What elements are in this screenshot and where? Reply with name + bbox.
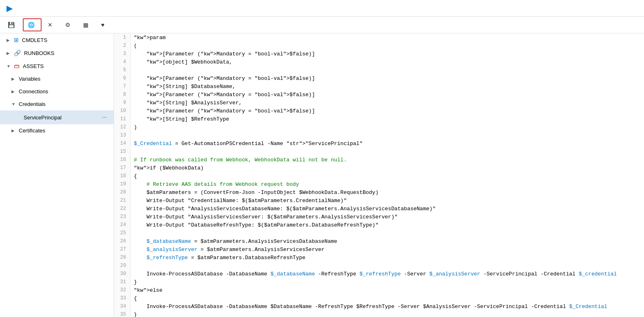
line-number: 10 <box>114 107 130 115</box>
line-number: 28 <box>114 253 130 262</box>
sidebar-item-cmdlets[interactable]: ▶⊞CMDLETS <box>0 33 114 46</box>
line-code[interactable]: $_analysisServer = $atmParameters.Analys… <box>130 245 644 253</box>
azure-icon: ▶ <box>7 3 13 13</box>
line-number: 6 <box>114 74 130 82</box>
line-number: 16 <box>114 156 130 164</box>
line-code[interactable] <box>130 147 644 156</box>
testpane-button[interactable]: ▦ <box>79 19 95 31</box>
line-code[interactable]: ) <box>130 123 644 131</box>
header-title-row: ▶ <box>0 0 644 16</box>
line-code[interactable]: $_databaseName = $atmParameters.Analysis… <box>130 237 644 245</box>
sidebar-item-certificates[interactable]: ▶Certificates <box>0 124 114 137</box>
line-number: 9 <box>114 99 130 107</box>
line-code[interactable]: $_refreshType = $atmParameters.DatabaseR… <box>130 253 644 262</box>
line-code[interactable]: { <box>130 172 644 180</box>
table-row: 14$_Credential = Get-AutomationPSCredent… <box>114 139 644 147</box>
line-number: 27 <box>114 245 130 253</box>
table-row: 7 "kw">[String] $DatabaseName, <box>114 82 644 90</box>
collapse-icon: ▼ <box>7 64 11 68</box>
table-row: 29 <box>114 262 644 270</box>
expand-icon: ▶ <box>11 89 15 94</box>
table-row: 27 $_analysisServer = $atmParameters.Ana… <box>114 245 644 253</box>
table-row: 1"kw">param <box>114 33 644 42</box>
publish-icon: 🌐 <box>28 22 35 28</box>
line-code[interactable]: "kw">[String] $DatabaseName, <box>130 82 644 90</box>
line-code[interactable] <box>130 262 644 270</box>
line-code[interactable]: "kw">[String] $AnalysisServer, <box>130 99 644 107</box>
header: ▶ 💾 🌐 ✕ ⚙ ▦ <box>0 0 644 33</box>
code-editor[interactable]: 1"kw">param2(3 "kw">[Parameter ("kw">Man… <box>114 33 644 317</box>
line-number: 24 <box>114 221 130 229</box>
more-options-button[interactable]: ··· <box>102 114 107 121</box>
line-code[interactable]: # If runbook was called from Webhook, We… <box>130 156 644 164</box>
line-code[interactable]: Write-Output "AnalysisServicesServer: $(… <box>130 213 644 221</box>
line-code[interactable]: # Retrieve AAS details from Webhook requ… <box>130 180 644 188</box>
line-code[interactable]: { <box>130 294 644 302</box>
line-number: 32 <box>114 286 130 294</box>
main-content: ▶⊞CMDLETS▶🔗RUNBOOKS▼🗃ASSETS▶Variables▶Co… <box>0 33 644 317</box>
code-table: 1"kw">param2(3 "kw">[Parameter ("kw">Man… <box>114 33 644 317</box>
line-code[interactable]: $atmParameters = (ConvertFrom-Json -Inpu… <box>130 188 644 196</box>
line-code[interactable]: } <box>130 278 644 286</box>
line-code[interactable]: $_Credential = Get-AutomationPSCredentia… <box>130 139 644 147</box>
sidebar-item-connections[interactable]: ▶Connections <box>0 85 114 98</box>
line-number: 4 <box>114 58 130 66</box>
line-code[interactable]: Write-Output "AnalysisServicesDatabaseNa… <box>130 205 644 213</box>
assets-icon: 🗃 <box>14 63 20 69</box>
table-row: 33{ <box>114 294 644 302</box>
feedback-button[interactable]: ♥ <box>97 19 111 31</box>
line-number: 13 <box>114 131 130 139</box>
sidebar-item-serviceprincipal[interactable]: ServicePrincipal··· <box>0 110 114 124</box>
line-code[interactable]: "kw">[Parameter ("kw">Mandatory = "bool-… <box>130 50 644 58</box>
line-code[interactable] <box>130 229 644 237</box>
sidebar-item-runbooks[interactable]: ▶🔗RUNBOOKS <box>0 46 114 59</box>
feedback-icon: ♥ <box>101 22 104 28</box>
publish-button[interactable]: 🌐 <box>23 18 42 31</box>
line-number: 33 <box>114 294 130 302</box>
line-code[interactable]: "kw">param <box>130 33 644 42</box>
table-row: 12) <box>114 123 644 131</box>
line-number: 3 <box>114 50 130 58</box>
checkin-icon: ⚙ <box>65 22 70 28</box>
line-code[interactable]: ( <box>130 42 644 50</box>
revert-button[interactable]: ✕ <box>43 19 59 31</box>
line-code[interactable]: Invoke-ProcessASDatabase -DatabaseName $… <box>130 302 644 310</box>
table-row: 8 "kw">[Parameter ("kw">Mandatory = "boo… <box>114 90 644 99</box>
table-row: 10 "kw">[Parameter ("kw">Mandatory = "bo… <box>114 107 644 115</box>
expand-icon: ▶ <box>11 128 15 133</box>
line-code[interactable]: "kw">[Parameter ("kw">Mandatory = "bool-… <box>130 74 644 82</box>
line-code[interactable] <box>130 131 644 139</box>
checkin-button[interactable]: ⚙ <box>61 19 77 31</box>
sidebar-item-assets[interactable]: ▼🗃ASSETS <box>0 59 114 73</box>
table-row: 6 "kw">[Parameter ("kw">Mandatory = "boo… <box>114 74 644 82</box>
revert-icon: ✕ <box>48 22 53 28</box>
table-row: 11 "kw">[String] $RefreshType <box>114 115 644 123</box>
line-code[interactable]: "kw">if ($WebhookData) <box>130 164 644 172</box>
table-row: 9 "kw">[String] $AnalysisServer, <box>114 99 644 107</box>
line-code[interactable]: } <box>130 310 644 317</box>
credentials-label: Credentials <box>19 101 107 107</box>
line-code[interactable] <box>130 66 644 74</box>
expand-icon: ▶ <box>7 38 11 42</box>
line-code[interactable]: Invoke-ProcessASDatabase -DatabaseName $… <box>130 270 644 278</box>
table-row: 24 Write-Output "DatabaseRefreshType: $(… <box>114 221 644 229</box>
sidebar-item-credentials[interactable]: ▼Credentials <box>0 98 114 110</box>
line-code[interactable]: "kw">else <box>130 286 644 294</box>
line-code[interactable]: Write-Output "CredentialName: $($atmPara… <box>130 196 644 205</box>
sidebar-item-variables[interactable]: ▶Variables <box>0 73 114 85</box>
line-number: 26 <box>114 237 130 245</box>
table-row: 5 <box>114 66 644 74</box>
connections-label: Connections <box>19 88 107 95</box>
line-code[interactable]: "kw">[Parameter ("kw">Mandatory = "bool-… <box>130 90 644 99</box>
line-code[interactable]: "kw">[object] $WebhookData, <box>130 58 644 66</box>
table-row: 35} <box>114 310 644 317</box>
line-code[interactable]: "kw">[String] $RefreshType <box>130 115 644 123</box>
table-row: 20 $atmParameters = (ConvertFrom-Json -I… <box>114 188 644 196</box>
table-row: 18{ <box>114 172 644 180</box>
table-row: 13 <box>114 131 644 139</box>
line-code[interactable]: "kw">[Parameter ("kw">Mandatory = "bool-… <box>130 107 644 115</box>
collapse-icon: ▼ <box>11 102 15 106</box>
line-code[interactable]: Write-Output "DatabaseRefreshType: $($at… <box>130 221 644 229</box>
save-button[interactable]: 💾 <box>3 19 21 31</box>
runbooks-label: RUNBOOKS <box>24 50 107 56</box>
